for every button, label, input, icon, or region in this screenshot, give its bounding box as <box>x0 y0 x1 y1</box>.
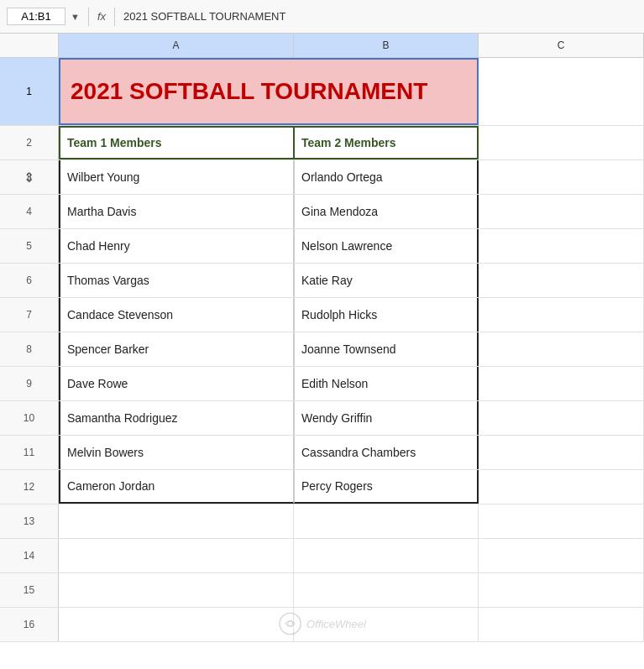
row-num-12: 12 <box>0 470 59 504</box>
cell-a10[interactable]: Samantha Rodriguez <box>59 401 294 435</box>
cell-b9[interactable]: Edith Nelson <box>294 367 479 400</box>
cell-b11[interactable]: Cassandra Chambers <box>294 436 479 469</box>
column-headers-row: A B C <box>0 34 644 58</box>
cell-a7[interactable]: Candace Stevenson <box>59 298 294 332</box>
row-num-11: 11 <box>0 436 59 469</box>
cell-b12[interactable]: Percy Rogers <box>294 470 479 504</box>
cell-a9[interactable]: Dave Rowe <box>59 367 294 400</box>
watermark-label: OfficeWheel <box>306 618 366 630</box>
team1-header[interactable]: Team 1 Members <box>59 126 294 159</box>
cell-ref-dropdown[interactable]: ▼ <box>71 12 80 22</box>
row-num-16: 16 <box>0 608 59 641</box>
cell-a8[interactable]: Spencer Barker <box>59 332 294 366</box>
col-header-c[interactable]: C <box>479 34 644 57</box>
row-num-14: 14 <box>0 539 59 572</box>
row-num-8: 8 <box>0 332 59 366</box>
title-merged-cell[interactable]: 2021 SOFTBALL TOURNAMENT <box>59 58 479 125</box>
row-num-3: 3 ⇕ <box>0 160 59 194</box>
cell-c3[interactable] <box>479 160 644 194</box>
formula-bar-divider <box>88 8 89 26</box>
cell-b4[interactable]: Gina Mendoza <box>294 195 479 228</box>
cell-c12[interactable] <box>479 470 644 504</box>
cell-c4[interactable] <box>479 195 644 228</box>
data-rows: 3 ⇕ Wilbert Young Orlando Ortega 4 Marth… <box>0 160 644 504</box>
row-num-1: 1 <box>0 58 59 125</box>
svg-point-1 <box>287 621 292 626</box>
row-num-15: 15 <box>0 573 59 607</box>
row-4: 4 Martha Davis Gina Mendoza <box>0 195 644 229</box>
row-12: 12 Cameron Jordan Percy Rogers <box>0 470 644 504</box>
row-num-7: 7 <box>0 298 59 332</box>
cell-b7[interactable]: Rudolph Hicks <box>294 298 479 332</box>
cell-a5[interactable]: Chad Henry <box>59 229 294 263</box>
cell-c1[interactable] <box>479 58 644 125</box>
fx-label: fx <box>97 10 106 23</box>
row-1: 1 2021 SOFTBALL TOURNAMENT <box>0 58 644 126</box>
formula-content[interactable]: 2021 SOFTBALL TOURNAMENT <box>123 10 637 23</box>
cell-b10[interactable]: Wendy Griffin <box>294 401 479 435</box>
formula-bar: A1:B1 ▼ fx 2021 SOFTBALL TOURNAMENT <box>0 0 644 34</box>
cell-a16[interactable] <box>59 608 294 641</box>
row-13: 13 <box>0 504 644 539</box>
row-10: 10 Samantha Rodriguez Wendy Griffin <box>0 401 644 436</box>
cell-a13[interactable] <box>59 504 294 538</box>
row-15: 15 <box>0 573 644 608</box>
cell-b3[interactable]: Orlando Ortega <box>294 160 479 194</box>
row-num-4: 4 <box>0 195 59 228</box>
col-header-b[interactable]: B <box>294 34 479 57</box>
row-3: 3 ⇕ Wilbert Young Orlando Ortega <box>0 160 644 195</box>
cell-b13[interactable] <box>294 504 479 538</box>
cell-a14[interactable] <box>59 539 294 572</box>
row-num-13: 13 <box>0 504 59 538</box>
cell-a15[interactable] <box>59 573 294 607</box>
row-num-9: 9 <box>0 367 59 400</box>
row-9: 9 Dave Rowe Edith Nelson <box>0 367 644 401</box>
formula-bar-divider2 <box>114 8 115 26</box>
cell-c2[interactable] <box>479 126 644 159</box>
cell-b15[interactable] <box>294 573 479 607</box>
spreadsheet-title: 2021 SOFTBALL TOURNAMENT <box>71 77 427 106</box>
row-11: 11 Melvin Bowers Cassandra Chambers <box>0 436 644 470</box>
team2-header[interactable]: Team 2 Members <box>294 126 479 159</box>
grid-body: 1 2021 SOFTBALL TOURNAMENT 2 Team 1 Memb… <box>0 58 644 669</box>
row-num-10: 10 <box>0 401 59 435</box>
cell-b8[interactable]: Joanne Townsend <box>294 332 479 366</box>
row-2: 2 Team 1 Members Team 2 Members <box>0 126 644 160</box>
watermark-logo <box>278 612 301 635</box>
cell-a4[interactable]: Martha Davis <box>59 195 294 228</box>
spreadsheet: A B C 1 2021 SOFTBALL TOURNAMENT 2 Team … <box>0 34 644 669</box>
row-resize-icon: ⇕ <box>24 170 34 186</box>
cell-c15[interactable] <box>479 573 644 607</box>
cell-reference-box[interactable]: A1:B1 <box>7 8 65 25</box>
row-6: 6 Thomas Vargas Katie Ray <box>0 264 644 298</box>
cell-c8[interactable] <box>479 332 644 366</box>
cell-b14[interactable] <box>294 539 479 572</box>
watermark: OfficeWheel <box>278 612 366 635</box>
row-num-2: 2 <box>0 126 59 159</box>
cell-b6[interactable]: Katie Ray <box>294 264 479 297</box>
cell-c13[interactable] <box>479 504 644 538</box>
row-num-6: 6 <box>0 264 59 297</box>
row-7: 7 Candace Stevenson Rudolph Hicks <box>0 298 644 332</box>
corner-header <box>0 34 59 57</box>
cell-a12[interactable]: Cameron Jordan <box>59 470 294 504</box>
cell-a11[interactable]: Melvin Bowers <box>59 436 294 469</box>
cell-c16[interactable] <box>479 608 644 641</box>
col-header-a[interactable]: A <box>59 34 294 57</box>
cell-a3[interactable]: Wilbert Young <box>59 160 294 194</box>
svg-point-0 <box>279 613 300 634</box>
cell-b5[interactable]: Nelson Lawrence <box>294 229 479 263</box>
cell-c9[interactable] <box>479 367 644 400</box>
row-14: 14 <box>0 539 644 573</box>
row-5: 5 Chad Henry Nelson Lawrence <box>0 229 644 264</box>
cell-c14[interactable] <box>479 539 644 572</box>
cell-c5[interactable] <box>479 229 644 263</box>
row-num-5: 5 <box>0 229 59 263</box>
cell-c11[interactable] <box>479 436 644 469</box>
cell-a6[interactable]: Thomas Vargas <box>59 264 294 297</box>
cell-c10[interactable] <box>479 401 644 435</box>
cell-c7[interactable] <box>479 298 644 332</box>
row-8: 8 Spencer Barker Joanne Townsend <box>0 332 644 367</box>
cell-c6[interactable] <box>479 264 644 297</box>
